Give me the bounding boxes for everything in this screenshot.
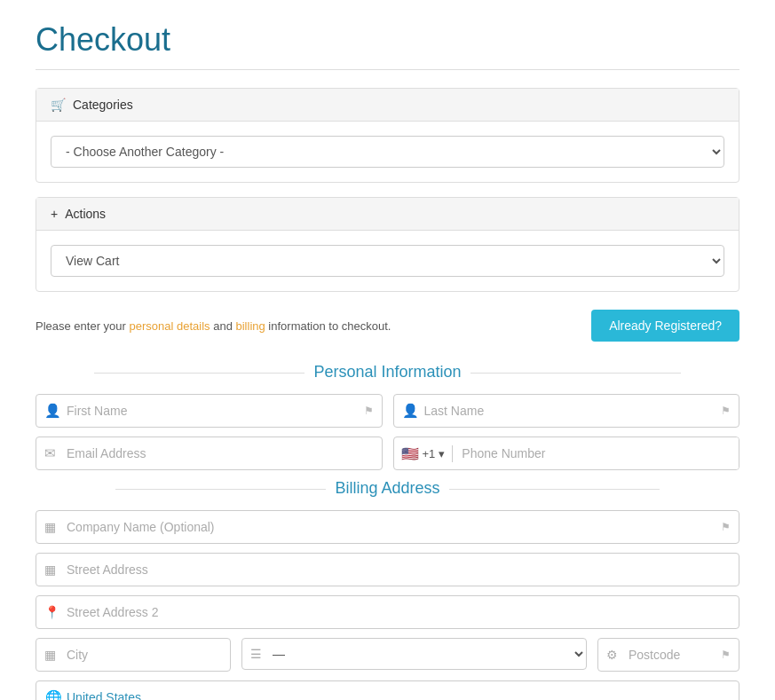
city-group: ▦ (36, 638, 231, 672)
country-row: 🌐 United States (36, 680, 739, 700)
info-personal: personal details (130, 319, 210, 333)
actions-body: View Cart (36, 231, 739, 291)
contact-row: ✉ 🇺🇸 +1 ▾ (36, 437, 739, 470)
email-group: ✉ (36, 437, 383, 470)
categories-body: - Choose Another Category - (36, 122, 739, 182)
postcode-group: ⚙ ⚑ (597, 638, 739, 672)
last-name-input-wrap: 👤 ⚑ (393, 394, 740, 428)
first-name-input[interactable] (36, 394, 383, 428)
phone-group: 🇺🇸 +1 ▾ (393, 437, 740, 470)
categories-label: Categories (73, 98, 133, 112)
city-input-wrap: ▦ (36, 638, 231, 672)
actions-label: Actions (65, 207, 106, 221)
info-suffix: information to checkout. (265, 319, 391, 333)
country-field: 🌐 United States (36, 680, 739, 700)
actions-panel: + Actions View Cart (36, 197, 739, 292)
us-flag-icon: 🇺🇸 (401, 445, 419, 462)
city-input[interactable] (36, 638, 231, 672)
company-input[interactable] (36, 510, 739, 544)
phone-code: +1 (423, 447, 436, 460)
street1-group: ▦ (36, 553, 739, 586)
company-row: ▦ ⚑ (36, 510, 739, 544)
street1-input[interactable] (36, 553, 739, 586)
title-divider (36, 69, 739, 70)
info-prefix: Please enter your (36, 319, 130, 333)
billing-section-title: Billing Address (36, 479, 739, 498)
email-input-wrap: ✉ (36, 437, 383, 470)
already-registered-button[interactable]: Already Registered? (591, 310, 739, 342)
postcode-input[interactable] (597, 638, 739, 672)
actions-select[interactable]: View Cart (51, 245, 724, 277)
phone-input[interactable] (453, 437, 739, 469)
street1-input-wrap: ▦ (36, 553, 739, 586)
cart-icon: 🛒 (51, 98, 66, 112)
globe-icon: 🌐 (45, 689, 62, 700)
street2-row: 📍 (36, 595, 739, 629)
email-input[interactable] (36, 437, 383, 470)
info-mid: and (210, 319, 236, 333)
actions-header: + Actions (36, 198, 739, 231)
phone-flag[interactable]: 🇺🇸 +1 ▾ (394, 445, 454, 462)
street1-row: ▦ (36, 553, 739, 586)
info-text: Please enter your personal details and b… (36, 319, 391, 333)
street2-input-wrap: 📍 (36, 595, 739, 629)
category-select[interactable]: - Choose Another Category - (51, 136, 724, 168)
categories-header: 🛒 Categories (36, 89, 739, 122)
info-billing: billing (236, 319, 265, 333)
street2-group: 📍 (36, 595, 739, 629)
plus-icon: + (51, 207, 58, 221)
last-name-group: 👤 ⚑ (393, 394, 740, 428)
last-name-input[interactable] (393, 394, 740, 428)
state-select[interactable]: — (241, 638, 587, 670)
page-title: Checkout (36, 21, 739, 59)
info-bar: Please enter your personal details and b… (36, 306, 739, 345)
first-name-group: 👤 ⚑ (36, 394, 383, 428)
street2-input[interactable] (36, 595, 739, 629)
company-input-wrap: ▦ ⚑ (36, 510, 739, 544)
postcode-input-wrap: ⚙ ⚑ (597, 638, 739, 672)
name-row: 👤 ⚑ 👤 ⚑ (36, 394, 739, 428)
state-group: ☰ — (241, 638, 587, 672)
state-select-wrap: ☰ — (241, 638, 587, 670)
chevron-down-icon: ▾ (439, 447, 445, 460)
company-group: ▦ ⚑ (36, 510, 739, 544)
categories-panel: 🛒 Categories - Choose Another Category - (36, 88, 739, 183)
personal-info-section-title: Personal Information (36, 363, 739, 381)
country-group: 🌐 United States (36, 680, 739, 700)
phone-input-wrap: 🇺🇸 +1 ▾ (393, 437, 740, 470)
city-row: ▦ ☰ — ⚙ ⚑ (36, 638, 739, 672)
first-name-input-wrap: 👤 ⚑ (36, 394, 383, 428)
country-value: United States (67, 690, 141, 700)
